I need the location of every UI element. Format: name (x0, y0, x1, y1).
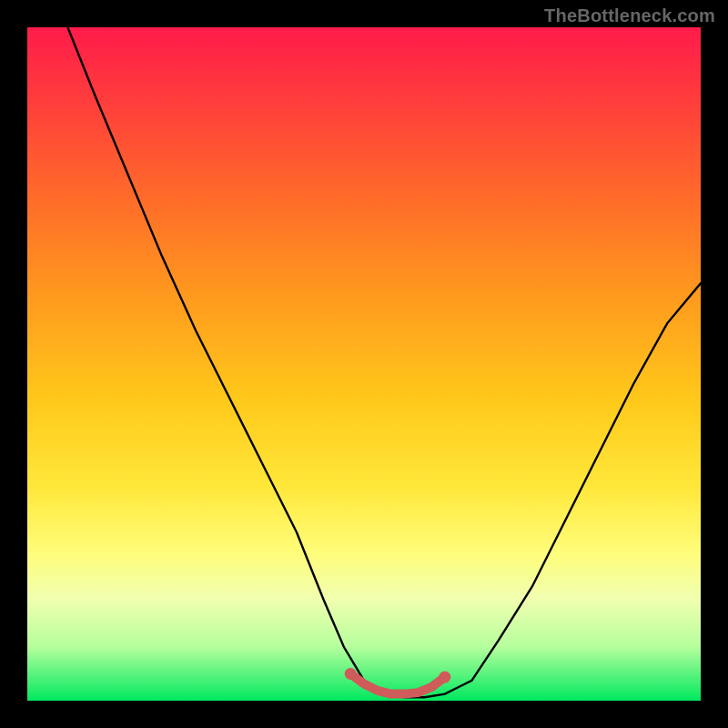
chart-frame: TheBottleneck.com (0, 0, 728, 728)
curve-layer (27, 27, 701, 701)
plot-area (27, 27, 701, 701)
sweet-spot-endpoint (345, 668, 357, 680)
watermark-text: TheBottleneck.com (544, 5, 715, 26)
sweet-spot-band (350, 673, 445, 693)
sweet-spot-endpoint (439, 672, 450, 683)
bottleneck-curve (67, 27, 701, 697)
